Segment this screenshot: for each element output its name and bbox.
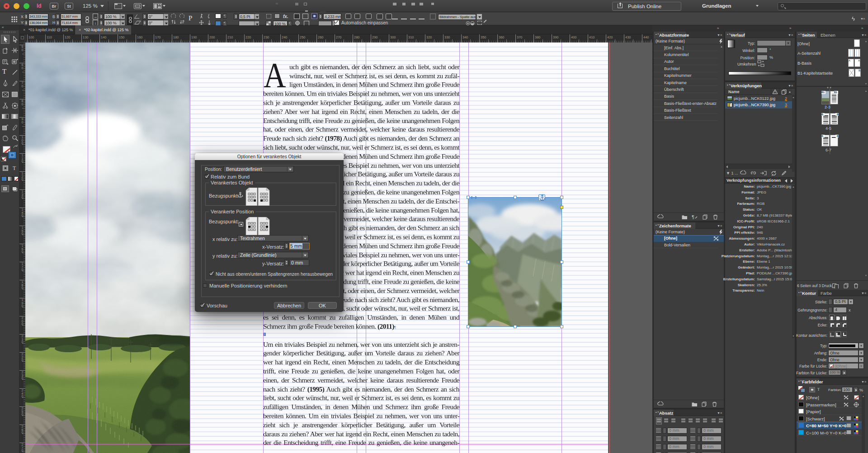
svg-text:¶: ¶ (692, 214, 694, 220)
